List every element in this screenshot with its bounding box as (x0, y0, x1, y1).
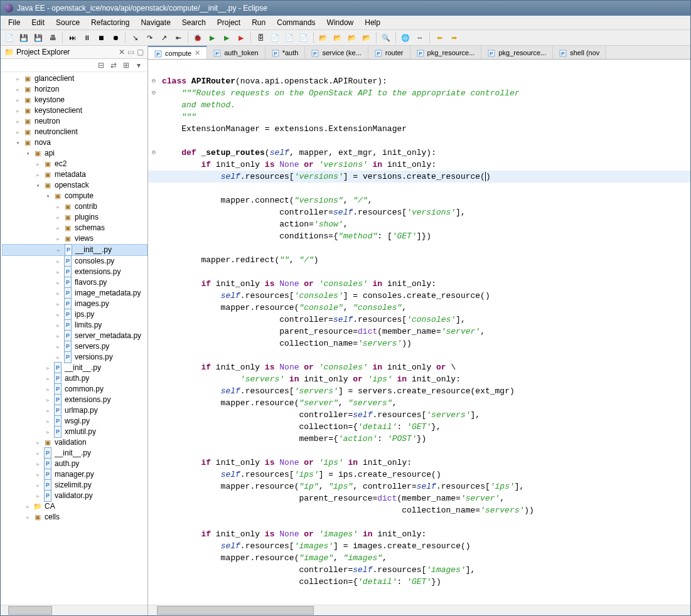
minimize-icon[interactable]: ▭ (127, 48, 134, 56)
tree-item[interactable]: ▹CA (2, 501, 147, 512)
tree-item[interactable]: ▹metadata (2, 169, 147, 180)
expand-icon[interactable]: ▹ (35, 459, 41, 469)
tree-item[interactable]: ▹flavors.py (2, 277, 147, 288)
expand-icon[interactable]: ▹ (55, 223, 62, 233)
tree-item[interactable]: ▹sizelimit.py (2, 480, 147, 491)
new-server-button[interactable]: 🗄 (254, 31, 267, 44)
code-editor[interactable]: ⊖class APIRouter(nova.api.openstack.APIR… (148, 60, 690, 605)
expand-icon[interactable]: ▹ (24, 501, 31, 512)
step-over-button[interactable]: ↷ (143, 31, 156, 44)
expand-icon[interactable]: ▹ (45, 416, 51, 427)
expand-icon[interactable]: ▹ (45, 395, 51, 405)
expand-icon[interactable]: ▹ (35, 469, 41, 480)
save-button[interactable]: 💾 (18, 31, 30, 44)
tree-item[interactable]: ▹__init__.py (2, 448, 147, 459)
expand-icon[interactable]: ▾ (35, 180, 41, 191)
menu-project[interactable]: Project (212, 17, 245, 28)
tree-item[interactable]: ▹limits.py (2, 320, 147, 331)
menu-source[interactable]: Source (51, 17, 85, 28)
tree-item[interactable]: ▹extensions.py (2, 267, 147, 277)
expand-icon[interactable]: ▹ (14, 95, 21, 105)
tree-item[interactable]: ▹manager.py (2, 469, 147, 480)
expand-icon[interactable]: ▹ (14, 116, 21, 127)
tree-item[interactable]: ▹keystone (2, 95, 147, 105)
print-button[interactable]: 🖶 (46, 31, 59, 44)
step-into-button[interactable]: ↘ (129, 31, 141, 44)
tree-item[interactable]: ▹wsgi.py (2, 416, 147, 427)
tree-item[interactable]: ▾openstack (2, 180, 147, 191)
menu-help[interactable]: Help (360, 17, 385, 28)
external-button[interactable]: ▶ (235, 31, 247, 44)
expand-icon[interactable]: ▹ (55, 245, 62, 255)
tree-item[interactable]: ▹schemas (2, 223, 147, 233)
expand-icon[interactable]: ▹ (45, 405, 51, 416)
expand-icon[interactable]: ▹ (14, 105, 21, 116)
new-servlet-button[interactable]: 📄 (269, 31, 281, 44)
expand-icon[interactable]: ▹ (55, 201, 62, 212)
open-task-button[interactable]: 📂 (331, 31, 344, 44)
expand-icon[interactable]: ▾ (45, 191, 51, 201)
tree-item[interactable]: ▹horizon (2, 84, 147, 95)
tree-item[interactable]: ▾api (2, 148, 147, 159)
tree-item[interactable]: ▹validator.py (2, 491, 147, 501)
tree-item[interactable]: ▹auth.py (2, 373, 147, 384)
search-button[interactable]: 🔍 (380, 31, 392, 44)
expand-icon[interactable]: ▾ (14, 137, 21, 148)
open-res-button[interactable]: 📂 (346, 31, 358, 44)
tree-item[interactable]: ▾compute (2, 191, 147, 201)
menu-edit[interactable]: Edit (26, 17, 50, 28)
tree-item[interactable]: ▹glanceclient (2, 73, 147, 84)
expand-icon[interactable]: ▹ (14, 84, 21, 95)
expand-icon[interactable]: ▹ (55, 288, 62, 299)
tree-item[interactable]: ▹server_metadata.py (2, 331, 147, 341)
expand-icon[interactable]: ▹ (55, 233, 62, 244)
editor-tab[interactable]: pkg_resource... (410, 46, 482, 59)
expand-icon[interactable]: ▹ (55, 309, 62, 320)
save-all-button[interactable]: 💾 (32, 31, 45, 44)
expand-icon[interactable]: ▹ (35, 437, 41, 448)
pause-button[interactable]: ⏸ (80, 31, 93, 44)
project-explorer-tab[interactable]: 📁 Project Explorer ✕ ▭ ▢ (1, 46, 147, 59)
skip-button[interactable]: ⏭ (66, 31, 78, 44)
open-type-button[interactable]: 📂 (317, 31, 329, 44)
stop-button[interactable]: ⏹ (95, 31, 107, 44)
tree-item[interactable]: ▹image_metadata.py (2, 288, 147, 299)
tree-item[interactable]: ▹ec2 (2, 159, 147, 169)
tree-item[interactable]: ▹neutronclient (2, 127, 147, 137)
menu-navigate[interactable]: Navigate (136, 17, 175, 28)
menu-search[interactable]: Search (177, 17, 211, 28)
menu-refactoring[interactable]: Refactoring (86, 17, 134, 28)
new-ejb-button[interactable]: 📄 (283, 31, 296, 44)
tree-item[interactable]: ▹ips.py (2, 309, 147, 320)
disconnect-button[interactable]: ⏺ (109, 31, 122, 44)
menu-commands[interactable]: Commands (272, 17, 320, 28)
sync-button[interactable]: ↔ (414, 31, 426, 44)
tree-item[interactable]: ▹versions.py (2, 352, 147, 363)
menu-window[interactable]: Window (322, 17, 359, 28)
expand-icon[interactable]: ▹ (45, 384, 51, 395)
web-button[interactable]: 🌐 (399, 31, 412, 44)
tree-item[interactable]: ▹neutron (2, 116, 147, 127)
menu-file[interactable]: File (3, 17, 25, 28)
tree-item[interactable]: ▹auth.py (2, 459, 147, 469)
tree-item[interactable]: ▹plugins (2, 212, 147, 223)
expand-icon[interactable]: ▹ (35, 448, 41, 459)
editor-tab[interactable]: compute✕ (148, 46, 207, 59)
close-view-icon[interactable]: ✕ (119, 48, 125, 56)
editor-tab[interactable]: *auth (265, 46, 306, 59)
expand-icon[interactable]: ▹ (24, 512, 31, 523)
expand-icon[interactable]: ▹ (14, 127, 21, 137)
tree-item[interactable]: ▹xmlutil.py (2, 427, 147, 437)
back-button[interactable]: ⬅ (433, 31, 446, 44)
expand-icon[interactable]: ▹ (55, 256, 62, 267)
view-menu-icon[interactable]: ▾ (134, 60, 144, 70)
expand-icon[interactable]: ▹ (55, 277, 62, 288)
expand-icon[interactable]: ▹ (55, 299, 62, 309)
tree-item[interactable]: ▹__init__.py (2, 363, 147, 373)
tree-item[interactable]: ▹cells (2, 512, 147, 523)
tree-item[interactable]: ▹common.py (2, 384, 147, 395)
debug-button[interactable]: 🐞 (191, 31, 204, 44)
tree-item[interactable]: ▾nova (2, 137, 147, 148)
tree-item[interactable]: ▹keystoneclient (2, 105, 147, 116)
expand-icon[interactable]: ▹ (55, 267, 62, 277)
